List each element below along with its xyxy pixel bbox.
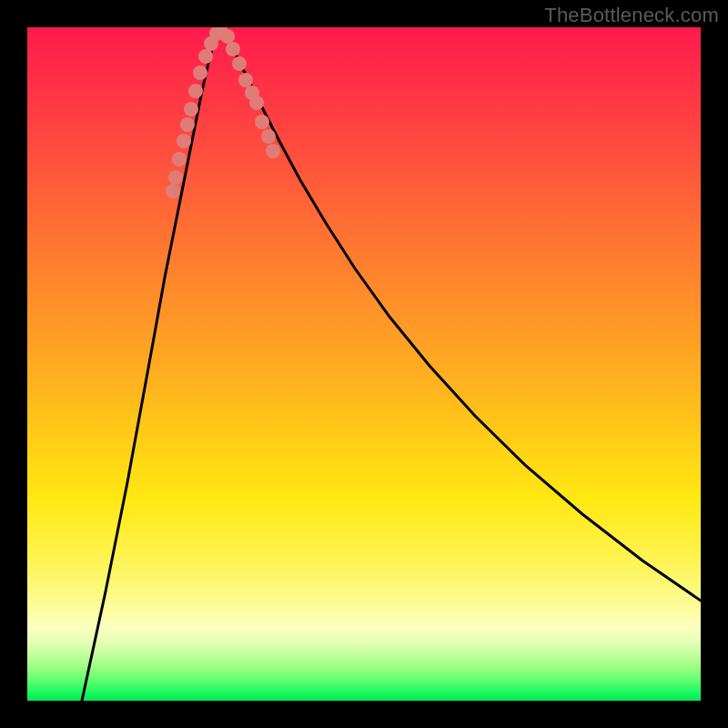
watermark-text: TheBottleneck.com bbox=[544, 4, 719, 27]
marker-dot bbox=[172, 152, 187, 167]
marker-dot bbox=[198, 49, 213, 64]
marker-dot bbox=[261, 129, 276, 144]
chart-svg bbox=[27, 27, 701, 701]
marker-dot bbox=[238, 73, 253, 87]
plot-area bbox=[27, 27, 701, 701]
marker-dot bbox=[249, 96, 264, 110]
left-curve bbox=[82, 27, 218, 701]
chart-frame: TheBottleneck.com bbox=[0, 0, 728, 728]
marker-dot bbox=[180, 117, 195, 132]
marker-dot bbox=[226, 42, 240, 56]
marker-group bbox=[166, 27, 280, 198]
marker-dot bbox=[220, 29, 235, 44]
marker-dot bbox=[232, 56, 247, 71]
marker-dot bbox=[184, 102, 198, 116]
marker-dot bbox=[177, 134, 191, 148]
marker-dot bbox=[168, 170, 183, 185]
marker-dot bbox=[255, 115, 269, 129]
curve-group bbox=[82, 27, 701, 701]
marker-dot bbox=[166, 184, 180, 198]
marker-dot bbox=[188, 84, 203, 98]
marker-dot bbox=[266, 144, 280, 158]
right-curve bbox=[218, 27, 701, 601]
marker-dot bbox=[193, 66, 207, 80]
